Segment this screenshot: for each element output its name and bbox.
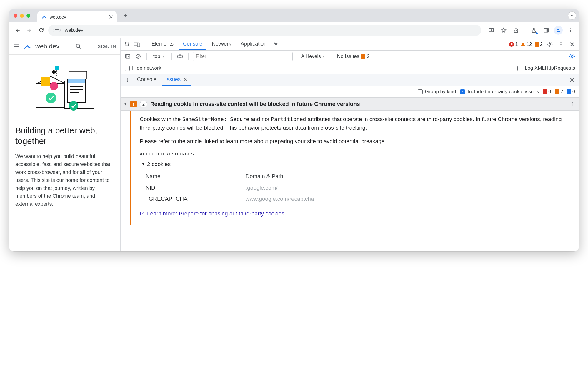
tab-strip: web.dev + <box>9 9 579 22</box>
new-tab-button[interactable]: + <box>121 11 130 20</box>
browser-window: web.dev + web.dev <box>9 9 579 251</box>
close-devtools-icon[interactable] <box>568 40 576 48</box>
settings-icon[interactable] <box>546 40 554 48</box>
minimize-window-button[interactable] <box>20 14 24 18</box>
cookies-toggle[interactable]: ▼2 cookies <box>141 160 573 169</box>
console-filter-input[interactable] <box>193 52 293 61</box>
close-drawer-tab-icon[interactable] <box>184 78 187 81</box>
labs-button[interactable] <box>529 26 539 35</box>
context-select[interactable]: top <box>151 53 167 59</box>
issue-body: Cookies with the SameSite=None; Secure a… <box>121 111 579 225</box>
svg-point-33 <box>560 46 561 46</box>
learn-more-link[interactable]: Learn more: Prepare for phasing out thir… <box>140 210 284 218</box>
svg-point-1 <box>55 29 56 30</box>
svg-marker-15 <box>36 76 66 84</box>
drawer-menu-icon[interactable] <box>124 76 132 84</box>
include-third-party-checkbox[interactable]: ✓Include third-party cookie issues <box>460 89 539 95</box>
issues-count[interactable]: 2 <box>535 42 543 47</box>
device-toggle-icon[interactable] <box>133 40 141 48</box>
reload-button[interactable] <box>36 26 46 35</box>
clear-console-icon[interactable] <box>134 52 142 61</box>
install-app-button[interactable] <box>487 26 496 35</box>
site-settings-icon[interactable] <box>53 29 61 32</box>
page-logo-text: web.dev <box>35 43 59 50</box>
webdev-logo-icon <box>24 43 31 50</box>
maximize-window-button[interactable] <box>26 14 30 18</box>
svg-point-41 <box>127 81 128 82</box>
issues-blue-count[interactable]: 0 <box>567 89 575 94</box>
forward-button[interactable] <box>25 26 34 35</box>
inspect-element-icon[interactable] <box>124 40 132 48</box>
issue-badge-count: 2 <box>140 101 147 107</box>
issue-caret-icon[interactable]: ▼ <box>124 102 127 106</box>
cookie-table: Name Domain & Path NID .google.com/ _GRE… <box>146 171 573 205</box>
table-row[interactable]: _GRECAPTCHA www.google.com/recaptcha <box>146 193 573 205</box>
live-expression-icon[interactable] <box>176 52 184 61</box>
devtools-menu-icon[interactable] <box>557 40 565 48</box>
hide-network-checkbox[interactable]: Hide network <box>125 65 161 71</box>
svg-rect-7 <box>547 28 549 32</box>
group-by-kind-checkbox[interactable]: Group by kind <box>418 89 456 95</box>
page-pane: web.dev SIGN IN <box>9 38 121 251</box>
log-xhr-checkbox[interactable]: Log XMLHttpRequests <box>517 65 575 71</box>
error-count[interactable]: ✕1 <box>509 42 518 47</box>
signin-link[interactable]: SIGN IN <box>98 44 116 49</box>
console-toolbar: top All levels No Issues2 <box>121 51 579 62</box>
svg-rect-2 <box>56 29 59 30</box>
browser-tab[interactable]: web.dev <box>37 11 117 22</box>
svg-rect-29 <box>137 43 140 47</box>
issue-paragraph-1: Cookies with the SameSite=None; Secure a… <box>140 115 573 132</box>
hamburger-icon[interactable] <box>13 43 19 50</box>
chrome-menu-button[interactable] <box>566 26 575 35</box>
issue-header[interactable]: ▼ ! 2 Reading cookie in cross-site conte… <box>121 98 579 111</box>
side-panel-button[interactable] <box>542 26 551 35</box>
svg-rect-18 <box>55 66 59 70</box>
issues-red-count[interactable]: 0 <box>543 89 551 94</box>
svg-point-37 <box>179 55 181 57</box>
profile-button[interactable] <box>554 26 563 35</box>
svg-point-44 <box>572 105 572 106</box>
issues-filters: Group by kind ✓Include third-party cooki… <box>121 86 579 98</box>
tab-application[interactable]: Application <box>236 38 271 50</box>
svg-point-43 <box>572 103 572 104</box>
browser-toolbar: web.dev <box>9 22 579 38</box>
page-body: Building a better web, together We want … <box>9 55 120 251</box>
tab-search-button[interactable] <box>568 11 576 20</box>
tab-console[interactable]: Console <box>179 38 206 50</box>
issue-severity-icon: ! <box>130 101 137 107</box>
hero-illustration <box>15 62 114 118</box>
drawer-tab-console[interactable]: Console <box>134 74 160 86</box>
table-row[interactable]: NID .google.com/ <box>146 182 573 194</box>
svg-point-17 <box>50 82 58 90</box>
svg-point-12 <box>29 47 30 48</box>
affected-resources-label: AFFECTED RESOURCES <box>140 151 573 157</box>
svg-point-10 <box>570 30 571 31</box>
bookmark-button[interactable] <box>499 26 508 35</box>
tab-network[interactable]: Network <box>208 38 235 50</box>
toggle-sidebar-icon[interactable] <box>124 52 132 61</box>
back-button[interactable] <box>13 26 22 35</box>
close-drawer-icon[interactable] <box>568 76 576 84</box>
log-levels-select[interactable]: All levels <box>301 53 325 59</box>
console-settings-icon[interactable] <box>568 52 576 61</box>
svg-point-8 <box>557 29 559 30</box>
page-paragraph: We want to help you build beautiful, acc… <box>15 153 114 208</box>
page-search-icon[interactable] <box>75 43 82 50</box>
toolbar-actions <box>487 26 575 35</box>
tab-title: web.dev <box>50 14 66 19</box>
drawer-tabs: Console Issues <box>121 74 579 86</box>
issue-menu-icon[interactable] <box>568 100 576 108</box>
omnibox[interactable]: web.dev <box>48 25 481 36</box>
svg-point-26 <box>69 101 78 111</box>
warning-count[interactable]: 12 <box>521 42 532 47</box>
extensions-button[interactable] <box>511 26 521 35</box>
svg-rect-34 <box>126 54 130 58</box>
close-window-button[interactable] <box>14 14 17 18</box>
close-tab-button[interactable] <box>109 15 113 19</box>
issues-summary[interactable]: No Issues2 <box>337 53 370 59</box>
issues-orange-count[interactable]: 2 <box>555 89 563 94</box>
more-tabs-icon[interactable] <box>272 40 280 48</box>
table-header: Name Domain & Path <box>146 171 573 182</box>
drawer-tab-issues[interactable]: Issues <box>162 74 191 86</box>
tab-elements[interactable]: Elements <box>147 38 178 50</box>
